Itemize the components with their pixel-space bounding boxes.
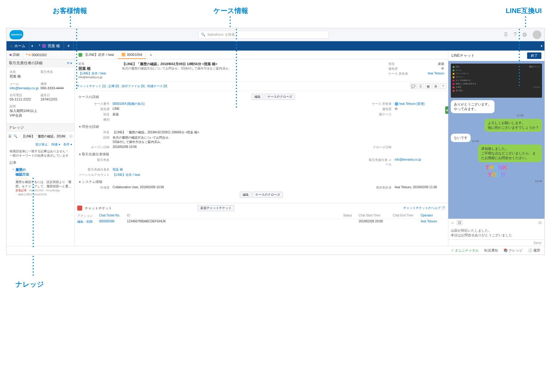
knowledge-head: ナレッジ	[7, 124, 74, 132]
col: Chat Ticket No.	[99, 214, 127, 218]
setup-icon[interactable]: ⚙	[522, 31, 527, 38]
edit-button[interactable]: 編集	[252, 94, 263, 100]
nav-add-tab[interactable]: +	[64, 41, 73, 51]
nav-home-label: ホーム	[14, 43, 25, 49]
v: SS添付して操作方法をご案内済み。	[113, 140, 444, 144]
v[interactable]: info@terrasky.co.jp	[395, 158, 444, 167]
section-contact[interactable]: 取引先責任者情報	[78, 152, 444, 157]
unsaved-icon: *	[39, 44, 40, 48]
case-header-right: 状況新規 優先度中 ケース 所有者Iwai Tetsuro	[388, 62, 444, 79]
char-count: 31	[538, 221, 542, 225]
chat-textarea[interactable]: 山田が対応いたしました。 本日はお問合せありがとうございました	[448, 226, 544, 240]
sort-dropdown[interactable]: 関連 ▾	[52, 142, 60, 147]
k: 取引先名	[78, 158, 113, 167]
row-op[interactable]: Iwai Tetsuro	[421, 220, 446, 224]
dots	[230, 16, 231, 28]
footer-history[interactable]: 🕓 履歴	[528, 248, 540, 253]
layout-icon[interactable]: ▦	[425, 83, 431, 89]
v: LINE	[113, 107, 367, 111]
v[interactable]: 照葉 楯	[113, 167, 444, 172]
field-label: 説明	[10, 104, 71, 109]
k: 最終更新者	[367, 185, 395, 190]
ct-help-link[interactable]: チャットチケットのヘルプ ?	[403, 206, 446, 210]
v[interactable]: Iwai Tetsuro [変更]	[399, 102, 425, 105]
v: 先月の履歴の確認方法についてお問合せ。	[113, 136, 444, 140]
article-title[interactable]: 履歴の 確認方法	[16, 167, 71, 177]
nav-home-dropdown[interactable]: ▾	[29, 41, 35, 51]
image-icon[interactable]: 🖼	[457, 220, 463, 225]
close-case-button-2[interactable]: ケースのクローズ	[253, 192, 283, 198]
contact-icon	[42, 44, 46, 48]
avatar[interactable]	[533, 30, 541, 39]
list-icon[interactable]: ☰	[418, 83, 424, 89]
header-name: 照葉 楯	[78, 66, 122, 71]
table-row[interactable]: 編集・削除 000000386 1234567890ABCDEFGHIJK 20…	[75, 219, 448, 225]
knowledge-section: 記事	[7, 159, 74, 166]
end-chat-button[interactable]: 終了	[527, 52, 541, 59]
help-icon[interactable]: ?	[440, 83, 446, 89]
edit-button-2[interactable]: 編集	[240, 192, 252, 198]
search-icon: 🔍	[201, 33, 205, 37]
emoji-icon[interactable]: ☺	[451, 221, 454, 225]
chat-ticket-panel: チャットチケット 新規チャットチケット チャットチケットのヘルプ ? アクション…	[75, 203, 448, 225]
field-label: 取引先名	[41, 70, 72, 74]
panel-actions[interactable]: ⟳ ▾	[67, 61, 72, 65]
subtab-detail[interactable]: 詳細	[7, 51, 23, 59]
unsaved-icon: *	[26, 53, 27, 57]
chat-bubble-incoming: ありがとうございます。 やってみます。	[451, 100, 495, 113]
subtab-case[interactable]: * 00001052	[23, 51, 50, 59]
footer-knowledge[interactable]: 📚 ナレッジ	[504, 248, 522, 253]
field-value: 1974/12/31	[41, 97, 72, 101]
dots-overlay	[33, 177, 34, 248]
contact-detail-head: 取引先責任者の詳細 ⟳ ▾	[7, 59, 74, 67]
header-email[interactable]: info@terrasky.co.jp	[78, 76, 122, 79]
field-label: 誕生日	[41, 93, 72, 97]
nav-home[interactable]: ⌂ ホーム	[7, 41, 29, 51]
filter-dropdown[interactable]: 条件 ▾	[63, 142, 72, 147]
app-frame: salesforce 🔍 Salesforce を検索 ⠿ ? ⚙ ⌂ ホーム …	[6, 28, 545, 255]
header-line-account[interactable]: 【LINE】岩井 / Iwai	[78, 71, 122, 76]
new-chat-ticket-button[interactable]: 新規チャットチケット	[198, 205, 234, 211]
v[interactable]: 00001054 [階層の表示]	[113, 102, 367, 106]
subtab-label: 00001052	[32, 53, 47, 57]
section-system[interactable]: システム情報	[78, 180, 444, 184]
link-chat-ticket[interactable]: チャットチケット [1]	[77, 84, 106, 88]
mid-tab-iwai[interactable]: 【LINE】岩井 / Iwai	[75, 51, 118, 59]
collapse-handle[interactable]: ◀	[445, 106, 448, 114]
anno-customer-info: お客様情報	[53, 6, 87, 16]
screenshot-attachment[interactable]: 設定通知チャット ホーム スマートモード コメント サイズを保持する 検索にし自…	[451, 64, 542, 98]
nav-overflow[interactable]: ▾	[539, 41, 544, 51]
field-value[interactable]: info@terrasky.co.jp	[10, 86, 41, 90]
print-icon[interactable]: 🖶	[432, 83, 439, 89]
link-related-cases[interactable]: 関連ケース [0]	[147, 84, 167, 88]
close-case-button[interactable]: ケースのクローズ	[265, 94, 295, 100]
knowledge-article[interactable]: ▸ 履歴の 確認方法 ☆☆☆☆☆ 履歴を確認するには、設定画面より「履歴」をクリ…	[7, 166, 74, 198]
mid-tab-case[interactable]: 00001054	[118, 51, 146, 59]
row-no[interactable]: 000000386	[99, 220, 127, 224]
section-inquiry[interactable]: 問合せ詳細	[78, 124, 444, 129]
k: ケース 所有者	[367, 102, 395, 106]
anno-line-ui: LINE互換UI	[506, 6, 542, 16]
app-launcher-icon[interactable]: ⠿	[504, 31, 508, 38]
tab-label: 【LINE】岩井 / Iwai	[84, 52, 114, 57]
transfer-notice[interactable]: 転送通知	[484, 248, 498, 253]
nav-tab-contact[interactable]: * 照葉 楯	[35, 41, 64, 51]
k: ケース番号	[78, 102, 113, 106]
link-articles[interactable]: 記事 [0]	[109, 84, 119, 88]
global-search[interactable]: 🔍 Salesforce を検索	[198, 31, 329, 39]
k: 取引先責任者名	[78, 167, 113, 172]
row-action[interactable]: 編集・削除	[77, 220, 99, 224]
menu-icon[interactable]: ☰	[8, 134, 11, 138]
k: クローズ日時	[367, 145, 395, 149]
mid-tab-add[interactable]: +	[146, 51, 156, 59]
v[interactable]: Iwai Tetsuro	[428, 72, 444, 76]
send-button[interactable]: Send	[448, 240, 544, 246]
link-attachments[interactable]: 添付ファイル [0]	[122, 84, 145, 88]
dots-overlay	[236, 28, 237, 109]
help-icon[interactable]: ?	[513, 31, 517, 38]
knowledge-search-input[interactable]	[20, 134, 67, 139]
clear-icon[interactable]: ⓧ	[69, 134, 73, 139]
feed-icon[interactable]: 💬	[410, 83, 416, 89]
v[interactable]: 【LINE】岩井 / Iwai	[113, 173, 444, 177]
omni-channel[interactable]: ✓ オムニチャネル	[451, 248, 479, 253]
